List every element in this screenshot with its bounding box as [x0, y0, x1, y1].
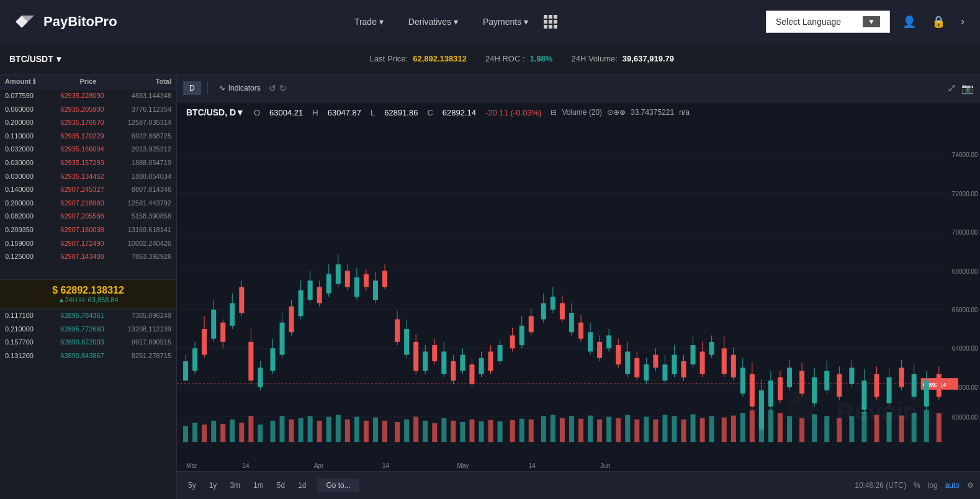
svg-rect-254 — [937, 413, 942, 442]
svg-rect-191 — [299, 418, 303, 443]
svg-rect-223 — [606, 417, 611, 443]
svg-rect-246 — [837, 418, 842, 443]
indicators-label: Indicators — [228, 84, 261, 92]
vol-settings[interactable]: ⊟ — [551, 108, 557, 117]
orderbook-ask-row[interactable]: 0.14000062907.2453278807.014346 — [0, 183, 176, 197]
user-icon[interactable]: 👤 — [899, 12, 919, 32]
svg-rect-196 — [345, 420, 350, 442]
indicators-button[interactable]: ∿ Indicators — [214, 81, 266, 95]
nav-payments[interactable]: Payments ▾ — [474, 12, 537, 32]
chart-symbol[interactable]: BTC/USD, D▼ — [186, 107, 245, 117]
orderbook-bid-row[interactable]: 0.21000062895.77266013208.112239 — [0, 323, 176, 336]
svg-rect-199 — [373, 418, 378, 443]
svg-rect-194 — [326, 417, 331, 443]
svg-rect-218 — [560, 418, 565, 443]
svg-rect-201 — [395, 422, 400, 442]
camera-button[interactable]: 📷 — [961, 81, 974, 95]
svg-rect-229 — [662, 415, 667, 442]
nav-derivatives[interactable]: Derivatives ▾ — [399, 12, 467, 32]
timeframe-D-button[interactable]: D — [183, 81, 201, 95]
log-button[interactable]: log — [928, 481, 938, 490]
orderbook-ask-row[interactable]: 0.11000062935.1702296922.868725 — [0, 130, 176, 143]
svg-rect-248 — [861, 411, 866, 442]
orderbook-ask-row[interactable]: 0.15900062907.17249010002.240426 — [0, 237, 176, 251]
change-value: -20.11 (-0.03%) — [485, 108, 541, 117]
svg-rect-184 — [230, 420, 235, 442]
svg-rect-190 — [289, 420, 294, 442]
orderbook-bid-row[interactable]: 0.15770062890.8720039917.890515 — [0, 336, 176, 349]
vol-value: 33.74375221 — [631, 108, 674, 117]
svg-rect-211 — [488, 420, 493, 442]
svg-rect-237 — [740, 413, 745, 442]
timeframe-1y[interactable]: 1y — [204, 479, 222, 492]
orderbook-ask-row[interactable]: 0.03200062935.1660042013.925312 — [0, 143, 176, 156]
chevron-icon[interactable]: › — [958, 12, 968, 31]
svg-rect-195 — [336, 415, 341, 442]
main-nav: Trade ▾ Derivatives ▾ Payments ▾ — [155, 12, 747, 32]
pair-chevron: ▾ — [56, 54, 61, 64]
percent-button[interactable]: % — [914, 481, 920, 490]
orderbook-ask-row[interactable]: 0.06000062935.2059003776.112354 — [0, 103, 176, 117]
volume-stat: 24H Volume: 39,637,919.79 — [571, 54, 674, 63]
orderbook-ask-row[interactable]: 0.20935062907.18003813169.618141 — [0, 223, 176, 237]
svg-text:14: 14 — [382, 462, 389, 469]
ob-col-amount: Amount ℹ — [5, 78, 60, 86]
ticker-change: ▲24H H: 63,858.84 — [5, 296, 171, 303]
roc-stat: 24H ROC : 1.98% — [485, 54, 552, 63]
pair-text: BTC/USDT — [9, 54, 53, 64]
orderbook-bid-row[interactable]: 0.11710062895.7843617365.096249 — [0, 309, 176, 323]
svg-rect-236 — [731, 415, 736, 442]
nav-trade[interactable]: Trade ▾ — [345, 12, 393, 32]
vol-icons: ⊙⊕⊗ — [607, 108, 626, 117]
orderbook-ask-row[interactable]: 0.12500062907.1434087863.392926 — [0, 250, 176, 264]
timeframe-3m[interactable]: 3m — [225, 479, 245, 492]
svg-text:74000.00: 74000.00 — [952, 151, 978, 158]
orderbook-ask-row[interactable]: 0.07759062935.2280904883.144348 — [0, 89, 176, 103]
svg-text:Mar: Mar — [186, 462, 197, 469]
close-value: 62892.14 — [443, 108, 476, 117]
orderbook-bid-rows: 0.11710062895.7843617365.0962490.2100006… — [0, 309, 176, 499]
svg-rect-206 — [441, 418, 446, 443]
svg-rect-232 — [691, 414, 696, 442]
undo-button[interactable]: ↺ — [269, 83, 276, 93]
svg-text:68000.00: 68000.00 — [952, 267, 978, 274]
svg-rect-212 — [498, 421, 503, 442]
svg-text:66000.00: 66000.00 — [952, 307, 978, 313]
trading-pair[interactable]: BTC/USDT ▾ — [9, 54, 61, 64]
header-right: Select Language ▼ 👤 🔒 › — [766, 11, 968, 33]
chart-ohlc-info: BTC/USD, D▼ O 63004.21 H 63047.87 L 6289… — [177, 102, 980, 122]
orderbook-ask-row[interactable]: 0.20000062907.21896012581.443792 — [0, 197, 176, 210]
timeframe-1d[interactable]: 1d — [293, 479, 311, 492]
low-label: L — [371, 108, 375, 117]
chart-canvas[interactable]: 74000.00 72000.00 70000.00 68000.00 6600… — [177, 122, 980, 471]
chart-area: D ∿ Indicators ↺ ↻ ⤢ 📷 BTC/USD, D▼ O 630… — [177, 74, 980, 499]
redo-button[interactable]: ↻ — [279, 83, 287, 93]
orderbook-header: Amount ℹ Price Total — [0, 74, 176, 89]
grid-icon[interactable] — [544, 15, 557, 29]
auto-button[interactable]: auto — [945, 481, 960, 490]
svg-rect-180 — [192, 423, 197, 442]
language-selector[interactable]: Select Language ▼ — [766, 11, 890, 33]
orderbook-ask-row[interactable]: 0.08200062907.2055885158.390858 — [0, 210, 176, 223]
orderbook-bid-row[interactable]: 0.13120062890.8438678251.278715 — [0, 349, 176, 363]
lock-icon[interactable]: 🔒 — [928, 12, 948, 32]
svg-text:64000.00: 64000.00 — [952, 345, 978, 352]
lang-label: Select Language — [776, 17, 841, 27]
svg-text:14: 14 — [242, 462, 249, 469]
timeframe-1m[interactable]: 1m — [248, 479, 269, 492]
svg-rect-252 — [912, 413, 917, 442]
sub-header: BTC/USDT ▾ Last Price: 62,892.138312 24H… — [0, 43, 980, 74]
orderbook-ask-row[interactable]: 0.20000062935.17657012587.035314 — [0, 116, 176, 130]
orderbook-ask-row[interactable]: 0.03000062935.1344521888.054034 — [0, 170, 176, 184]
svg-rect-244 — [812, 414, 817, 442]
settings-icon[interactable]: ⚙ — [967, 481, 974, 490]
timeframe-5d[interactable]: 5d — [272, 479, 290, 492]
svg-rect-230 — [672, 416, 677, 443]
goto-button[interactable]: Go to... — [317, 479, 359, 492]
timeframe-5y[interactable]: 5y — [183, 479, 201, 492]
orderbook-ask-row[interactable]: 0.03000062935.1572931888.054719 — [0, 156, 176, 170]
low-value: 62891.86 — [384, 108, 418, 117]
svg-rect-226 — [634, 420, 639, 442]
fullscreen-button[interactable]: ⤢ — [947, 81, 956, 95]
svg-rect-243 — [799, 418, 804, 443]
